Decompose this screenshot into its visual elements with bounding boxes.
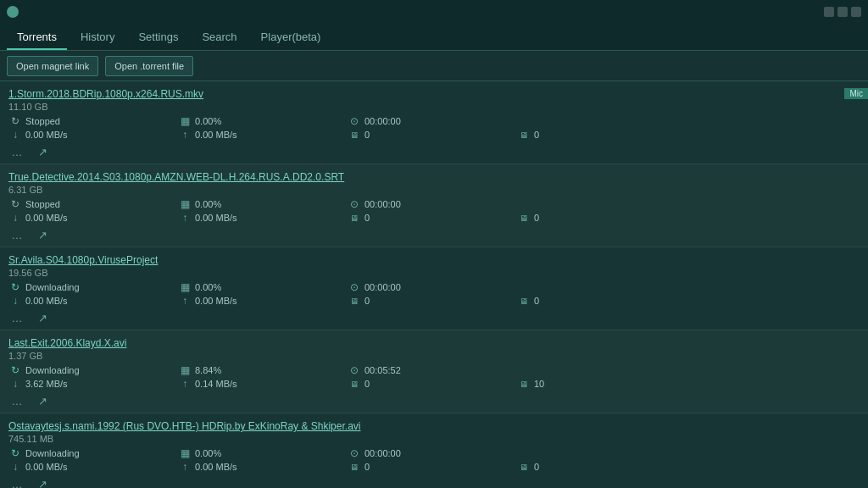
- close-button[interactable]: [851, 7, 861, 17]
- more-button[interactable]: …: [8, 146, 25, 158]
- open-torrent-button[interactable]: Open .torrent file: [105, 56, 193, 76]
- torrent-actions: … ↗: [8, 312, 860, 324]
- stat-upload: ↑ 0.00 MB/s: [178, 129, 348, 141]
- stat-progress: ▦ 0.00%: [178, 115, 348, 127]
- more-button[interactable]: …: [8, 312, 25, 324]
- torrent-size: 745.11 MB: [8, 434, 860, 444]
- minimize-button[interactable]: [824, 7, 834, 17]
- torrent-size: 1.37 GB: [8, 351, 860, 361]
- torrent-item: True.Detective.2014.S03.1080p.AMZN.WEB-D…: [0, 164, 868, 247]
- clock-icon: ⊙: [348, 198, 361, 210]
- nav-tabs: Torrents History Settings Search Player(…: [0, 24, 868, 51]
- more-button[interactable]: …: [8, 229, 25, 241]
- stat-status: ↻ Stopped: [8, 115, 178, 127]
- tab-history[interactable]: History: [70, 25, 125, 50]
- tab-player[interactable]: Player(beta): [251, 25, 331, 50]
- title-bar: [0, 0, 868, 24]
- stat-status: ↻ Stopped: [8, 198, 178, 210]
- status-icon: ↻: [8, 115, 22, 127]
- peers1-text: 0: [364, 296, 370, 306]
- peers2-text: 10: [534, 379, 544, 389]
- status-text: Downloading: [25, 282, 80, 292]
- torrent-actions: … ↗: [8, 395, 860, 408]
- open-magnet-button[interactable]: Open magnet link: [7, 56, 98, 76]
- peers1-text: 0: [364, 462, 370, 472]
- stat-peers1: 🖥 0: [348, 461, 517, 473]
- torrent-name[interactable]: Sr.Avila.S04.1080p.ViruseProject: [8, 254, 860, 266]
- upload-speed-text: 0.00 MB/s: [195, 462, 237, 472]
- tab-torrents[interactable]: Torrents: [7, 25, 67, 50]
- stat-peers2: 🖥 0: [517, 129, 687, 141]
- time-text: 00:00:00: [364, 282, 401, 292]
- peers2-text: 0: [534, 462, 539, 472]
- share-button[interactable]: ↗: [34, 395, 51, 408]
- more-button[interactable]: …: [8, 478, 25, 488]
- upload-speed-text: 0.00 MB/s: [195, 130, 237, 140]
- torrent-item: Ostavaytesj.s.nami.1992 (Rus DVO.HTB-) H…: [0, 413, 868, 488]
- torrent-speed-row: ↓ 0.00 MB/s ↑ 0.00 MB/s 🖥 0 🖥 0: [8, 129, 860, 141]
- stat-download: ↓ 3.62 MB/s: [8, 378, 178, 390]
- progress-icon: ▦: [178, 447, 192, 459]
- status-icon: ↻: [8, 198, 22, 210]
- app-icon: [7, 6, 19, 18]
- progress-text: 8.84%: [195, 365, 221, 375]
- status-icon: ↻: [8, 447, 22, 459]
- stat-peers1: 🖥 0: [348, 129, 517, 141]
- torrent-speed-row: ↓ 3.62 MB/s ↑ 0.14 MB/s 🖥 0 🖥 10: [8, 378, 860, 390]
- share-button[interactable]: ↗: [34, 312, 51, 324]
- title-bar-controls[interactable]: [824, 7, 861, 17]
- peers2-text: 0: [534, 296, 539, 306]
- more-button[interactable]: …: [8, 395, 25, 408]
- torrent-stats-row: ↻ Stopped ▦ 0.00% ⊙ 00:00:00: [8, 115, 860, 127]
- torrent-item: Sr.Avila.S04.1080p.ViruseProject 19.56 G…: [0, 247, 868, 330]
- download-icon: ↓: [8, 212, 22, 224]
- time-text: 00:00:00: [364, 199, 401, 209]
- time-text: 00:05:52: [364, 365, 401, 375]
- clock-icon: ⊙: [348, 115, 361, 127]
- stat-empty: [517, 115, 687, 127]
- upload-icon: ↑: [178, 461, 192, 473]
- torrent-name[interactable]: 1.Storm.2018.BDRip.1080p.x264.RUS.mkv: [8, 88, 860, 100]
- torrent-badge: Mic: [844, 88, 868, 99]
- progress-icon: ▦: [178, 364, 192, 376]
- stat-progress: ▦ 0.00%: [178, 447, 348, 459]
- stat-time: ⊙ 00:00:00: [348, 447, 517, 459]
- peers2-text: 0: [534, 213, 539, 223]
- download-speed-text: 0.00 MB/s: [25, 296, 68, 306]
- torrent-speed-row: ↓ 0.00 MB/s ↑ 0.00 MB/s 🖥 0 🖥 0: [8, 461, 860, 473]
- torrent-size: 11.10 GB: [8, 102, 860, 112]
- tab-search[interactable]: Search: [192, 25, 247, 50]
- share-button[interactable]: ↗: [34, 146, 51, 158]
- time-text: 00:00:00: [364, 116, 401, 126]
- maximize-button[interactable]: [837, 7, 848, 17]
- torrent-name[interactable]: Last.Exit.2006.Klayd.X.avi: [8, 337, 860, 349]
- torrent-item: Last.Exit.2006.Klayd.X.avi 1.37 GB ↻ Dow…: [0, 330, 868, 413]
- share-button[interactable]: ↗: [34, 229, 51, 241]
- download-speed-text: 3.62 MB/s: [25, 379, 68, 389]
- stat-time: ⊙ 00:00:00: [348, 115, 517, 127]
- tab-settings[interactable]: Settings: [128, 25, 188, 50]
- stat-status: ↻ Downloading: [8, 281, 178, 293]
- status-text: Stopped: [25, 116, 60, 126]
- clock-icon: ⊙: [348, 281, 361, 293]
- progress-text: 0.00%: [195, 116, 221, 126]
- stat-upload: ↑ 0.00 MB/s: [178, 212, 348, 224]
- status-text: Downloading: [25, 365, 80, 375]
- torrent-name[interactable]: True.Detective.2014.S03.1080p.AMZN.WEB-D…: [8, 171, 860, 183]
- peers1-text: 0: [364, 213, 370, 223]
- share-button[interactable]: ↗: [34, 478, 51, 488]
- monitor2-icon: 🖥: [517, 214, 531, 223]
- stat-progress: ▦ 0.00%: [178, 198, 348, 210]
- upload-icon: ↑: [178, 129, 192, 141]
- stat-download: ↓ 0.00 MB/s: [8, 295, 178, 307]
- monitor2-icon: 🖥: [517, 380, 531, 389]
- peers1-text: 0: [364, 379, 370, 389]
- status-icon: ↻: [8, 281, 22, 293]
- upload-icon: ↑: [178, 295, 192, 307]
- stat-peers2: 🖥 10: [517, 378, 687, 390]
- upload-speed-text: 0.14 MB/s: [195, 379, 237, 389]
- torrent-name[interactable]: Ostavaytesj.s.nami.1992 (Rus DVO.HTB-) H…: [8, 420, 860, 432]
- toolbar: Open magnet link Open .torrent file: [0, 51, 868, 81]
- stat-peers2: 🖥 0: [517, 295, 687, 307]
- monitor1-icon: 🖥: [348, 130, 361, 140]
